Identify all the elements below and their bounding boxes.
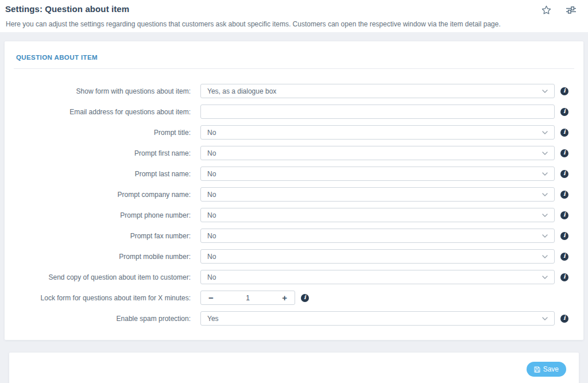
field-label: Show form with questions about item: [14,87,200,95]
chevron-down-icon [542,172,548,176]
info-wrap: i [555,108,574,116]
chevron-down-icon [542,152,548,155]
field-label: Prompt phone number: [14,211,200,219]
text-input-email-address-for-questions-about-item[interactable] [200,105,555,119]
select-prompt-last-name[interactable]: No [200,167,555,181]
chevron-down-icon [542,193,548,196]
form-row-prompt-title: Prompt title:Noi [14,125,574,140]
save-button-label: Save [543,365,559,373]
field-label: Send copy of question about item to cust… [14,273,200,281]
select-value: Yes [207,315,219,323]
select-value: No [207,129,216,137]
header-top: Settings: Question about item [5,4,579,16]
select-enable-spam-protection[interactable]: Yes [200,311,555,326]
increment-button[interactable]: + [274,291,295,304]
form-row-prompt-first-name: Prompt first name:Noi [14,146,574,160]
select-prompt-fax-number[interactable]: No [200,229,555,243]
chevron-down-icon [542,131,548,134]
info-wrap: i [555,315,574,323]
chevron-down-icon [542,234,548,238]
page-header: Settings: Question about item Here you c… [0,0,588,32]
chevron-down-icon [542,317,548,320]
info-icon[interactable]: i [560,211,568,219]
info-icon[interactable]: i [560,253,568,261]
form-row-prompt-last-name: Prompt last name:Noi [14,167,574,181]
page-description: Here you can adjust the settings regardi… [5,20,579,28]
info-icon[interactable]: i [560,149,568,157]
info-icon[interactable]: i [560,232,568,240]
info-icon[interactable]: i [560,108,568,116]
select-value: No [207,273,216,281]
form-row-prompt-mobile-number: Prompt mobile number:Noi [14,249,574,264]
card-heading: QUESTION ABOUT ITEM [14,53,574,69]
field-label: Email address for questions about item: [14,108,200,116]
info-wrap: i [555,211,574,219]
info-icon[interactable]: i [560,315,568,323]
info-wrap: i [555,129,574,137]
chevron-down-icon [542,214,548,217]
field-label: Prompt company name: [14,191,200,199]
field-label: Prompt fax number: [14,232,200,240]
actions-bar: Save [9,353,579,383]
select-prompt-phone-number[interactable]: No [200,208,555,222]
header-icons [541,5,579,16]
field-label: Prompt last name: [14,170,200,178]
chevron-down-icon [542,90,548,93]
settings-form: Show form with questions about item:Yes,… [14,84,574,326]
info-wrap: i [555,87,574,95]
form-row-lock-form-for-questions-about-item-for-x-minutes: Lock form for questions about item for X… [14,291,574,305]
select-send-copy-of-question-about-item-to-customer[interactable]: No [200,270,555,284]
info-wrap: i [555,191,574,199]
save-icon [534,366,540,373]
form-row-prompt-company-name: Prompt company name:Noi [14,187,574,202]
form-row-enable-spam-protection: Enable spam protection:Yesi [14,311,574,326]
info-wrap: i [555,253,574,261]
form-row-prompt-fax-number: Prompt fax number:Noi [14,229,574,243]
select-value: No [207,232,216,240]
field-label: Prompt mobile number: [14,253,200,261]
save-button[interactable]: Save [527,362,566,377]
field-label: Prompt first name: [14,149,200,157]
form-row-show-form-with-questions-about-item: Show form with questions about item:Yes,… [14,84,574,98]
content-area: QUESTION ABOUT ITEM Show form with quest… [0,32,588,383]
info-wrap: i [555,273,574,281]
select-value: No [207,211,216,219]
chevron-down-icon [542,276,548,279]
chevron-down-icon [542,255,548,258]
info-wrap: i [295,294,315,302]
info-icon[interactable]: i [560,273,568,281]
info-wrap: i [555,232,574,240]
favorite-star-icon[interactable] [541,5,552,16]
info-icon[interactable]: i [560,87,568,95]
select-prompt-company-name[interactable]: No [200,187,555,202]
select-value: No [207,191,216,199]
sliders-icon[interactable] [566,5,577,15]
form-row-prompt-phone-number: Prompt phone number:Noi [14,208,574,222]
select-prompt-first-name[interactable]: No [200,146,555,160]
settings-card: QUESTION ABOUT ITEM Show form with quest… [5,41,583,340]
info-icon[interactable]: i [560,191,568,199]
decrement-button[interactable]: − [201,291,221,304]
field-label: Enable spam protection: [14,315,200,323]
page-title: Settings: Question about item [5,4,129,14]
info-icon[interactable]: i [301,294,309,302]
stepper-value: 1 [221,294,274,302]
select-value: Yes, as a dialogue box [207,87,276,95]
info-icon[interactable]: i [560,170,568,178]
info-wrap: i [555,149,574,157]
form-row-send-copy-of-question-about-item-to-customer: Send copy of question about item to cust… [14,270,574,284]
select-value: No [207,149,216,157]
select-prompt-title[interactable]: No [200,125,555,140]
number-stepper-lock-form-for-questions-about-item-for-x-minutes: −1+ [200,291,295,305]
info-icon[interactable]: i [560,129,568,137]
select-prompt-mobile-number[interactable]: No [200,249,555,264]
form-row-email-address-for-questions-about-item: Email address for questions about item:i [14,105,574,119]
select-value: No [207,170,216,178]
field-label: Prompt title: [14,129,200,137]
select-show-form-with-questions-about-item[interactable]: Yes, as a dialogue box [200,84,555,98]
field-label: Lock form for questions about item for X… [14,294,200,302]
info-wrap: i [555,170,574,178]
select-value: No [207,253,216,261]
